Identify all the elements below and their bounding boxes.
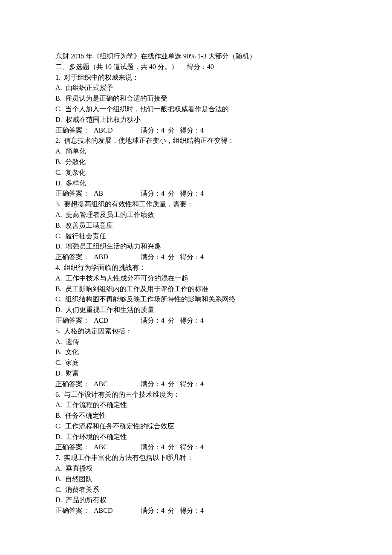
section-header: 二、多选题（共 10 道试题，共 40 分。） 得分：40 — [55, 62, 337, 72]
answer-line: 正确答案：AB满分：4 分 得分：4 — [55, 188, 337, 199]
answer-line: 正确答案：ABCD满分：4 分 得分：4 — [55, 506, 337, 516]
question-option: C. 工作流程和任务不确定性的综合效应 — [55, 421, 337, 432]
question-stem: 4. 组织行为学面临的挑战有： — [55, 263, 337, 273]
score-label: 满分：4 分 得分：4 — [141, 379, 204, 390]
question-number: 2. — [55, 137, 61, 144]
question-option: B. 文化 — [55, 347, 337, 358]
question-text: 对于组织中的权威来说： — [61, 74, 139, 81]
question-option: D. 权威在范围上比权力狭小 — [55, 115, 337, 125]
question-text: 与工作设计有关的的三个技术维度为： — [61, 391, 180, 398]
question-option: C. 履行社会责任 — [55, 231, 337, 242]
question-option: C. 家庭 — [55, 358, 337, 368]
question-option: B. 员工影响到组织内的工作及用于评价工作的标准 — [55, 284, 337, 295]
question-number: 7. — [55, 454, 61, 461]
answer-value: ABC — [94, 442, 141, 453]
answer-value: ABCD — [94, 506, 141, 516]
questions-container: 1. 对于组织中的权威来说：A. 由组织正式授予B. 雇员认为是正确的和合适的而… — [55, 72, 337, 516]
question-option: A. 工作中技术与人性成分不可分的混在一起 — [55, 273, 337, 284]
question-text: 信息技术的发展，使地球正在变小，组织结构正在变得： — [61, 137, 234, 144]
score-label: 满分：4 分 得分：4 — [141, 506, 204, 516]
answer-label: 正确答案： — [55, 379, 94, 390]
score-label: 满分：4 分 得分：4 — [141, 125, 204, 136]
question-stem: 1. 对于组织中的权威来说： — [55, 72, 337, 83]
score-label: 满分：4 分 得分：4 — [141, 252, 204, 263]
question-number: 3. — [55, 200, 61, 208]
answer-line: 正确答案：ABD满分：4 分 得分：4 — [55, 252, 337, 263]
question-number: 1. — [55, 74, 61, 81]
document-page: 东财 2015 年《组织行为学》在线作业单选 90% 1-3 大部分（随机） 二… — [0, 0, 392, 555]
question-option: D. 多样化 — [55, 178, 337, 189]
score-label: 满分：4 分 得分：4 — [141, 315, 204, 326]
answer-label: 正确答案： — [55, 252, 94, 263]
score-label: 满分：4 分 得分：4 — [141, 442, 204, 453]
answer-line: 正确答案：ABC满分：4 分 得分：4 — [55, 379, 337, 390]
answer-label: 正确答案： — [55, 315, 94, 326]
question-option: D. 增强员工组织生活的动力和兴趣 — [55, 241, 337, 252]
question-stem: 2. 信息技术的发展，使地球正在变小，组织结构正在变得： — [55, 136, 337, 146]
answer-label: 正确答案： — [55, 188, 94, 199]
question-stem: 6. 与工作设计有关的的三个技术维度为： — [55, 390, 337, 400]
question-option: B. 任务不确定性 — [55, 410, 337, 421]
score-label: 满分：4 分 得分：4 — [141, 188, 204, 199]
answer-value: ABCD — [94, 125, 141, 136]
question-number: 4. — [55, 264, 61, 271]
question-text: 人格的决定因素包括： — [61, 327, 132, 335]
question-option: A. 由组织正式授予 — [55, 83, 337, 93]
answer-label: 正确答案： — [55, 506, 94, 516]
question-option: D. 产品的所有权 — [55, 495, 337, 506]
question-option: A. 遗传 — [55, 337, 337, 347]
question-option: A. 垂直授权 — [55, 463, 337, 474]
answer-line: 正确答案：ABC满分：4 分 得分：4 — [55, 442, 337, 453]
answer-value: ABD — [94, 252, 141, 263]
page-title: 东财 2015 年《组织行为学》在线作业单选 90% 1-3 大部分（随机） — [55, 51, 337, 62]
question-stem: 3. 要想提高组织的有效性和工作质量，需要： — [55, 199, 337, 210]
question-option: A. 工作流程的不确定性 — [55, 400, 337, 410]
question-stem: 7. 实现工作丰富化的方法有包括以下哪几种： — [55, 453, 337, 463]
question-text: 实现工作丰富化的方法有包括以下哪几种： — [61, 454, 193, 461]
question-option: D. 人们更重视工作和生活的质量 — [55, 305, 337, 315]
question-text: 要想提高组织的有效性和工作质量，需要： — [61, 200, 193, 208]
question-number: 5. — [55, 327, 61, 335]
question-option: D. 财富 — [55, 368, 337, 379]
answer-value: AB — [94, 188, 141, 199]
question-option: D. 工作环境的不确定性 — [55, 432, 337, 442]
question-option: C. 当个人加入一个组织时，他们一般把权威看作是合法的 — [55, 104, 337, 115]
question-option: C. 复杂化 — [55, 168, 337, 178]
question-option: B. 改善员工满意度 — [55, 220, 337, 231]
question-option: B. 自然团队 — [55, 474, 337, 485]
answer-label: 正确答案： — [55, 125, 94, 136]
answer-label: 正确答案： — [55, 442, 94, 453]
question-option: A. 提高管理者及员工的工作绩效 — [55, 210, 337, 220]
answer-line: 正确答案：ACD满分：4 分 得分：4 — [55, 315, 337, 326]
question-option: C. 消费者关系 — [55, 485, 337, 495]
answer-line: 正确答案：ABCD满分：4 分 得分：4 — [55, 125, 337, 136]
answer-value: ACD — [94, 315, 141, 326]
question-option: B. 分散化 — [55, 157, 337, 168]
question-stem: 5. 人格的决定因素包括： — [55, 326, 337, 337]
question-number: 6. — [55, 391, 61, 398]
question-option: C. 组织结构图不再能够反映工作场所特性的影响和关系网络 — [55, 294, 337, 305]
answer-value: ABC — [94, 379, 141, 390]
question-option: B. 雇员认为是正确的和合适的而接受 — [55, 93, 337, 104]
question-text: 组织行为学面临的挑战有： — [61, 264, 146, 271]
question-option: A. 简单化 — [55, 146, 337, 157]
